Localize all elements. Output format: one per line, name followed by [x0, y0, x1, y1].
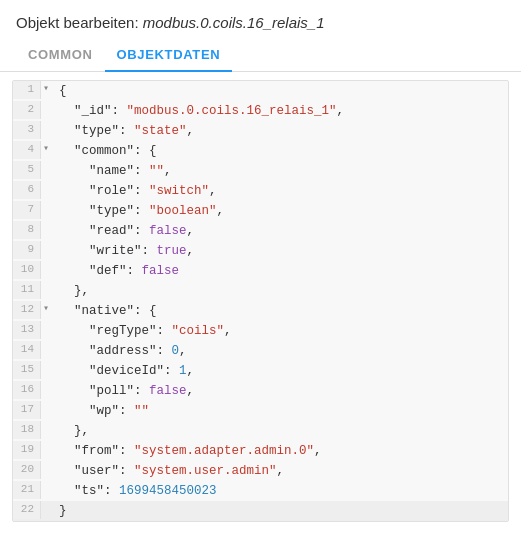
line-content: "native": { [55, 301, 161, 321]
line-number: 8 [13, 221, 41, 239]
json-line: 4▾ "common": { [13, 141, 508, 161]
json-line: 18 }, [13, 421, 508, 441]
json-line: 19 "from": "system.adapter.admin.0", [13, 441, 508, 461]
json-line: 14 "address": 0, [13, 341, 508, 361]
line-number: 21 [13, 481, 41, 499]
line-number: 19 [13, 441, 41, 459]
json-line: 11 }, [13, 281, 508, 301]
json-line: 10 "def": false [13, 261, 508, 281]
json-line: 12▾ "native": { [13, 301, 508, 321]
json-line: 21 "ts": 1699458450023 [13, 481, 508, 501]
line-content: "_id": "modbus.0.coils.16_relais_1", [55, 101, 348, 121]
line-number: 9 [13, 241, 41, 259]
line-content: "def": false [55, 261, 183, 281]
line-content: "address": 0, [55, 341, 191, 361]
line-content: "type": "boolean", [55, 201, 228, 221]
tab-objektdaten[interactable]: OBJEKTDATEN [105, 39, 233, 72]
line-content: "poll": false, [55, 381, 198, 401]
json-line: 16 "poll": false, [13, 381, 508, 401]
line-number: 11 [13, 281, 41, 299]
line-content: "read": false, [55, 221, 198, 241]
line-content: "deviceId": 1, [55, 361, 198, 381]
line-number: 12 [13, 301, 41, 319]
line-number: 13 [13, 321, 41, 339]
line-number: 6 [13, 181, 41, 199]
json-line: 1▾{ [13, 81, 508, 101]
line-content: "role": "switch", [55, 181, 221, 201]
line-content: "wp": "" [55, 401, 153, 421]
line-number: 17 [13, 401, 41, 419]
header-title: modbus.0.coils.16_relais_1 [143, 14, 325, 31]
line-number: 5 [13, 161, 41, 179]
json-line: 6 "role": "switch", [13, 181, 508, 201]
page-header: Objekt bearbeiten: modbus.0.coils.16_rel… [0, 0, 521, 39]
line-content: } [55, 501, 71, 521]
line-number: 7 [13, 201, 41, 219]
line-content: "ts": 1699458450023 [55, 481, 221, 501]
line-content: "write": true, [55, 241, 198, 261]
json-line: 2 "_id": "modbus.0.coils.16_relais_1", [13, 101, 508, 121]
json-line: 9 "write": true, [13, 241, 508, 261]
line-content: "regType": "coils", [55, 321, 236, 341]
line-number: 15 [13, 361, 41, 379]
json-line: 5 "name": "", [13, 161, 508, 181]
line-content: "common": { [55, 141, 161, 161]
json-line: 3 "type": "state", [13, 121, 508, 141]
header-prefix: Objekt bearbeiten: [16, 14, 143, 31]
tabs: COMMON OBJEKTDATEN [0, 39, 521, 72]
json-line: 13 "regType": "coils", [13, 321, 508, 341]
line-number: 22 [13, 501, 41, 519]
line-content: }, [55, 281, 93, 301]
line-number: 10 [13, 261, 41, 279]
line-content: "user": "system.user.admin", [55, 461, 288, 481]
line-number: 4 [13, 141, 41, 159]
line-number: 16 [13, 381, 41, 399]
json-line: 17 "wp": "" [13, 401, 508, 421]
line-toggle[interactable]: ▾ [41, 81, 55, 97]
line-content: "from": "system.adapter.admin.0", [55, 441, 326, 461]
line-content: }, [55, 421, 93, 441]
json-line: 22} [13, 501, 508, 521]
line-content: { [55, 81, 71, 101]
json-line: 20 "user": "system.user.admin", [13, 461, 508, 481]
line-number: 20 [13, 461, 41, 479]
line-number: 2 [13, 101, 41, 119]
line-toggle[interactable]: ▾ [41, 301, 55, 317]
line-number: 3 [13, 121, 41, 139]
line-toggle[interactable]: ▾ [41, 141, 55, 157]
line-number: 18 [13, 421, 41, 439]
line-content: "name": "", [55, 161, 176, 181]
tab-common[interactable]: COMMON [16, 39, 105, 72]
json-line: 8 "read": false, [13, 221, 508, 241]
line-number: 14 [13, 341, 41, 359]
line-content: "type": "state", [55, 121, 198, 141]
line-number: 1 [13, 81, 41, 99]
json-line: 15 "deviceId": 1, [13, 361, 508, 381]
json-line: 7 "type": "boolean", [13, 201, 508, 221]
json-editor: 1▾{2 "_id": "modbus.0.coils.16_relais_1"… [12, 80, 509, 522]
